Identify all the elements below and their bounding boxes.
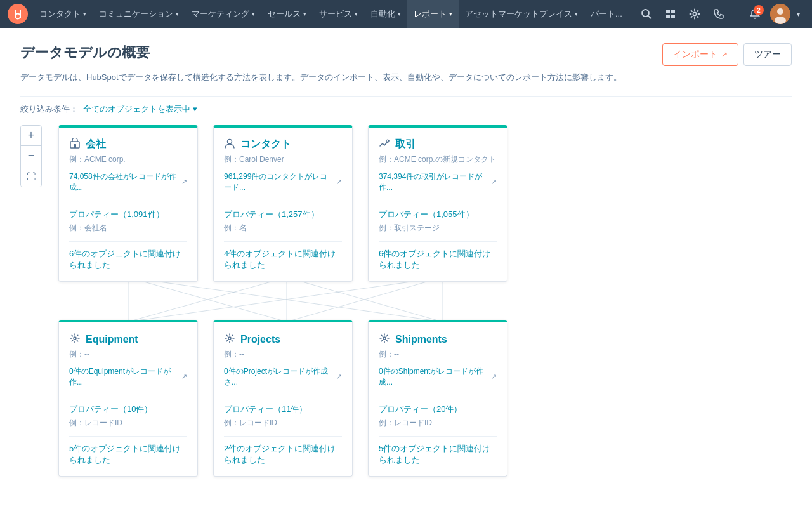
contact-props-link[interactable]: プロパティー（1,257件） xyxy=(224,209,342,220)
shipments-record-link[interactable]: 0件のShipmentがレコードが作成... ↗ xyxy=(379,366,497,388)
card-divider xyxy=(224,241,342,242)
nav-item-partner[interactable]: パート... xyxy=(584,0,629,28)
marketplace-icon[interactable] xyxy=(659,3,682,25)
import-button[interactable]: インポート ↗ xyxy=(662,43,738,66)
notification-badge: 2 xyxy=(754,5,764,15)
shipments-example: 例：-- xyxy=(379,349,497,360)
kaisha-props-link[interactable]: プロパティー（1,091件） xyxy=(69,209,187,220)
chevron-icon: ▾ xyxy=(398,11,401,17)
kaisha-props-example: 例：会社名 xyxy=(69,223,187,234)
equipment-title[interactable]: Equipment xyxy=(86,334,138,345)
tour-button[interactable]: ツアー xyxy=(743,43,792,66)
external-icon: ↗ xyxy=(336,373,342,381)
zoom-in-button[interactable]: + xyxy=(21,126,41,146)
zoom-controls: + − ⛶ xyxy=(20,125,42,187)
svg-line-12 xyxy=(128,277,442,322)
svg-rect-20 xyxy=(74,144,76,148)
zoom-fit-button[interactable]: ⛶ xyxy=(21,166,41,187)
shipments-props-link[interactable]: プロパティー（20件） xyxy=(379,404,497,415)
card-divider xyxy=(69,397,187,397)
external-icon: ↗ xyxy=(181,373,187,381)
canvas-area: + − ⛶ xyxy=(20,125,792,515)
svg-point-8 xyxy=(777,8,783,15)
shipments-props-example: 例：レコードID xyxy=(379,418,497,428)
card-kaisha: 会社 例：ACME corp. 74,058件の会社がレコードが作成... ↗ … xyxy=(58,125,198,282)
nav-bar: コンタクト ▾ コミュニケーション ▾ マーケティング ▾ セールス ▾ サービ… xyxy=(0,0,812,28)
svg-point-1 xyxy=(642,10,649,17)
card-divider xyxy=(69,202,187,202)
nav-item-reports[interactable]: レポート ▾ xyxy=(407,0,459,28)
shipments-title[interactable]: Shipments xyxy=(395,334,447,345)
notifications-button[interactable]: 2 xyxy=(743,3,766,25)
kaisha-assoc-link[interactable]: 6件のオブジェクトに関連付けられました xyxy=(69,248,187,271)
torihiki-record-link[interactable]: 374,394件の取引がレコードが作... ↗ xyxy=(379,171,497,193)
projects-record-link[interactable]: 0件のProjectがレコードが作成さ... ↗ xyxy=(224,366,342,388)
hubspot-logo[interactable] xyxy=(8,4,28,24)
card-projects: Projects 例：-- 0件のProjectがレコードが作成さ... ↗ プ… xyxy=(213,320,353,477)
user-menu-chevron[interactable]: ▾ xyxy=(792,3,804,25)
search-button[interactable] xyxy=(635,3,658,25)
nav-item-sales[interactable]: セールス ▾ xyxy=(261,0,313,28)
nav-divider xyxy=(737,6,737,22)
contact-assoc-link[interactable]: 4件のオブジェクトに関連付けられました xyxy=(224,248,342,271)
equipment-icon xyxy=(69,333,81,347)
equipment-props-link[interactable]: プロパティー（10件） xyxy=(69,404,187,415)
chevron-icon: ▾ xyxy=(176,11,179,17)
external-icon: ↗ xyxy=(491,178,497,186)
kaisha-record-link[interactable]: 74,058件の会社がレコードが作成... ↗ xyxy=(69,171,187,193)
shipments-assoc-link[interactable]: 5件のオブジェクトに関連付けられました xyxy=(379,443,497,466)
projects-props-link[interactable]: プロパティー（11件） xyxy=(224,404,342,415)
projects-icon xyxy=(224,333,235,347)
card-contact: コンタクト 例：Carol Denver 961,299件のコンタクトがレコード… xyxy=(213,125,353,282)
torihiki-example: 例：ACME corp.の新規コンタクト xyxy=(379,154,497,165)
cards-layer: 会社 例：ACME corp. 74,058件の会社がレコードが作成... ↗ … xyxy=(58,125,792,477)
kaisha-title[interactable]: 会社 xyxy=(86,138,106,151)
nav-item-assets[interactable]: アセットマーケットプレイス ▾ xyxy=(459,0,584,28)
card-shipments-header: Shipments xyxy=(379,333,497,347)
page-title-area: データモデルの概要 xyxy=(20,43,150,62)
card-divider xyxy=(379,241,497,242)
zoom-out-button[interactable]: − xyxy=(21,146,41,166)
torihiki-icon xyxy=(379,138,390,152)
projects-title[interactable]: Projects xyxy=(240,334,280,345)
card-divider xyxy=(379,202,497,202)
contact-icon xyxy=(224,138,235,152)
torihiki-props-link[interactable]: プロパティー（1,055件） xyxy=(379,209,497,220)
nav-item-automation[interactable]: 自動化 ▾ xyxy=(364,0,407,28)
cards-row-2: Equipment 例：-- 0件のEquipmentがレコードが作... ↗ … xyxy=(58,320,792,477)
torihiki-assoc-link[interactable]: 6件のオブジェクトに関連付けられました xyxy=(379,248,497,271)
card-divider xyxy=(69,241,187,242)
settings-button[interactable] xyxy=(683,3,706,25)
svg-point-9 xyxy=(775,17,786,24)
kaisha-example: 例：ACME corp. xyxy=(69,154,187,165)
card-torihiki: 取引 例：ACME corp.の新規コンタクト 374,394件の取引がレコード… xyxy=(368,125,508,282)
nav-item-service[interactable]: サービス ▾ xyxy=(313,0,364,28)
svg-rect-2 xyxy=(666,10,670,13)
chevron-icon: ▾ xyxy=(449,11,452,17)
filter-dropdown[interactable]: 全てのオブジェクトを表示中 ▾ xyxy=(83,103,197,115)
card-kaisha-header: 会社 xyxy=(69,138,187,152)
svg-line-15 xyxy=(287,277,442,322)
nav-item-marketing[interactable]: マーケティング ▾ xyxy=(185,0,261,28)
contact-title[interactable]: コンタクト xyxy=(240,138,291,151)
external-icon: ↗ xyxy=(336,178,342,186)
external-icon: ↗ xyxy=(181,178,187,186)
external-link-icon: ↗ xyxy=(721,50,728,59)
equipment-assoc-link[interactable]: 5件のオブジェクトに関連付けられました xyxy=(69,443,187,466)
card-divider xyxy=(224,202,342,202)
projects-assoc-link[interactable]: 2件のオブジェクトに関連付けられました xyxy=(224,443,342,466)
contact-record-link[interactable]: 961,299件のコンタクトがレコード... ↗ xyxy=(224,171,342,193)
equipment-props-example: 例：レコードID xyxy=(69,418,187,428)
chevron-icon: ▾ xyxy=(303,11,306,17)
phone-button[interactable] xyxy=(707,3,730,25)
card-projects-header: Projects xyxy=(224,333,342,347)
card-divider xyxy=(224,397,342,397)
nav-item-communication[interactable]: コミュニケーション ▾ xyxy=(93,0,185,28)
contact-example: 例：Carol Denver xyxy=(224,154,342,165)
svg-rect-3 xyxy=(671,10,675,13)
user-avatar[interactable] xyxy=(770,4,790,24)
nav-item-contacts[interactable]: コンタクト ▾ xyxy=(33,0,93,28)
torihiki-title[interactable]: 取引 xyxy=(395,138,416,151)
card-equipment: Equipment 例：-- 0件のEquipmentがレコードが作... ↗ … xyxy=(58,320,198,477)
equipment-record-link[interactable]: 0件のEquipmentがレコードが作... ↗ xyxy=(69,366,187,388)
